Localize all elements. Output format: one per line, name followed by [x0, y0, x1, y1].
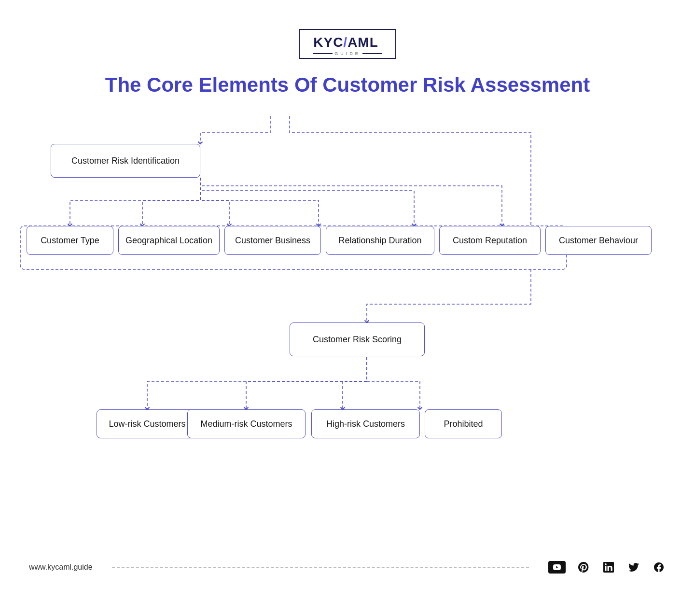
footer-social-icons — [548, 560, 666, 574]
logo-slash: / — [343, 35, 348, 50]
node-customer-type: Customer Type — [27, 226, 113, 255]
youtube-icon[interactable] — [548, 561, 566, 574]
node-low-risk: Low-risk Customers — [97, 409, 198, 438]
logo-area: KYC/AML GUIDE — [0, 0, 695, 73]
pinterest-icon[interactable] — [576, 560, 591, 574]
node-custom-reputation: Custom Reputation — [439, 226, 541, 255]
diagram: Customer Risk Identification Customer Ty… — [0, 116, 695, 550]
node-high-risk: High-risk Customers — [311, 409, 420, 438]
footer-divider — [112, 567, 529, 568]
logo-box: KYC/AML GUIDE — [299, 29, 396, 59]
logo-aml: AML — [348, 35, 378, 50]
footer: www.kycaml.guide — [0, 550, 695, 584]
page-title: The Core Elements Of Customer Risk Asses… — [0, 73, 695, 97]
node-customer-behaviour: Customer Behaviour — [545, 226, 652, 255]
logo-kyc: KYC — [313, 35, 343, 50]
node-customer-risk-identification: Customer Risk Identification — [51, 144, 200, 178]
node-medium-risk: Medium-risk Customers — [187, 409, 306, 438]
node-prohibited: Prohibited — [425, 409, 502, 438]
footer-url: www.kycaml.guide — [29, 563, 93, 572]
node-customer-risk-scoring: Customer Risk Scoring — [290, 322, 425, 356]
logo-guide: GUIDE — [334, 51, 361, 56]
linkedin-icon[interactable] — [601, 560, 616, 574]
node-customer-business: Customer Business — [224, 226, 321, 255]
node-geographical-location: Geographical Location — [118, 226, 220, 255]
node-relationship-duration: Relationship Duration — [326, 226, 434, 255]
facebook-icon[interactable] — [652, 560, 666, 574]
twitter-icon[interactable] — [626, 560, 641, 574]
